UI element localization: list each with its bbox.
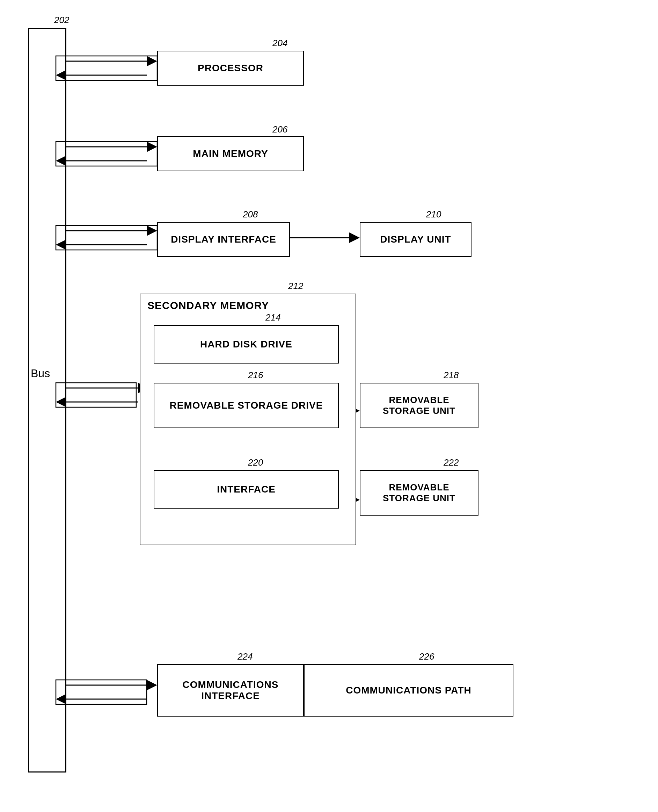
diagram: Bus 202 <box>0 0 658 812</box>
ref-218: 218 <box>443 370 459 381</box>
removable-storage-drive-box: REMOVABLE STORAGE DRIVE <box>154 383 339 428</box>
main-memory-label: MAIN MEMORY <box>193 148 268 159</box>
ref-222: 222 <box>443 457 459 468</box>
svg-rect-22 <box>56 383 136 407</box>
ref-226: 226 <box>419 651 434 662</box>
svg-rect-4 <box>56 56 157 80</box>
display-interface-box: DISPLAY INTERFACE <box>157 222 290 257</box>
svg-marker-30 <box>147 680 157 690</box>
communications-interface-box: COMMUNICATIONS INTERFACE <box>157 664 304 716</box>
communications-path-box: COMMUNICATIONS PATH <box>304 664 514 716</box>
ref-208: 208 <box>243 209 258 220</box>
svg-rect-14 <box>56 225 157 250</box>
svg-marker-3 <box>56 70 66 80</box>
ref-204: 204 <box>273 38 287 49</box>
svg-marker-32 <box>56 694 66 704</box>
ref-224: 224 <box>238 651 252 662</box>
ref-210: 210 <box>426 209 441 220</box>
main-memory-box: MAIN MEMORY <box>157 136 304 171</box>
display-unit-label: DISPLAY UNIT <box>380 234 451 245</box>
svg-marker-6 <box>147 141 157 152</box>
svg-rect-9 <box>56 141 157 166</box>
processor-box: PROCESSOR <box>157 51 304 86</box>
processor-label: PROCESSOR <box>198 63 263 74</box>
svg-marker-11 <box>147 225 157 236</box>
interface-box: INTERFACE <box>154 470 339 509</box>
removable-storage-drive-label: REMOVABLE STORAGE DRIVE <box>170 400 323 411</box>
hard-disk-drive-label: HARD DISK DRIVE <box>200 339 292 350</box>
ref-216: 216 <box>248 370 263 381</box>
interface-label: INTERFACE <box>217 484 276 495</box>
communications-path-label: COMMUNICATIONS PATH <box>346 685 472 696</box>
secondary-memory-label: SECONDARY MEMORY <box>147 300 269 311</box>
svg-marker-1 <box>147 56 157 66</box>
ref-214: 214 <box>265 312 280 323</box>
svg-rect-33 <box>56 680 147 704</box>
svg-marker-8 <box>56 155 66 166</box>
ref-206: 206 <box>273 124 287 135</box>
communications-interface-label: COMMUNICATIONS INTERFACE <box>158 679 303 702</box>
hard-disk-drive-box: HARD DISK DRIVE <box>154 325 339 364</box>
svg-marker-21 <box>56 397 66 407</box>
svg-marker-13 <box>56 239 66 250</box>
ref-220: 220 <box>248 457 263 468</box>
removable-storage-unit-218-label: REMOVABLE STORAGE UNIT <box>383 395 456 416</box>
svg-marker-17 <box>349 232 360 243</box>
ref-212: 212 <box>288 281 303 292</box>
display-interface-label: DISPLAY INTERFACE <box>171 234 276 245</box>
removable-storage-unit-222-box: REMOVABLE STORAGE UNIT <box>360 470 478 515</box>
display-unit-box: DISPLAY UNIT <box>360 222 472 257</box>
removable-storage-unit-222-label: REMOVABLE STORAGE UNIT <box>383 482 456 504</box>
removable-storage-unit-218-box: REMOVABLE STORAGE UNIT <box>360 383 478 428</box>
